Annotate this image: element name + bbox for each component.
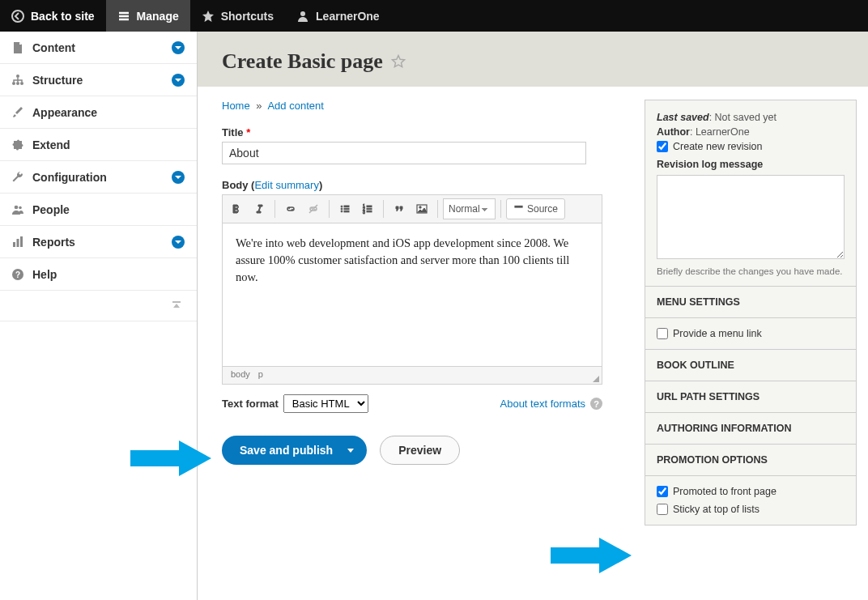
star-icon: [202, 10, 215, 23]
text-format-select[interactable]: Basic HTML: [283, 394, 368, 413]
italic-button[interactable]: [249, 198, 270, 219]
user-label: LearnerOne: [316, 10, 380, 23]
svg-point-7: [12, 82, 15, 85]
elements-path-p[interactable]: p: [258, 369, 263, 379]
sticky-checkbox[interactable]: Sticky at top of lists: [657, 504, 845, 515]
sidebar-item-configuration[interactable]: Configuration: [0, 161, 197, 194]
sidebar-item-extend[interactable]: Extend: [0, 129, 197, 161]
about-text-formats-link[interactable]: About text formats: [500, 398, 586, 410]
menu-settings-section[interactable]: MENU SETTINGS: [645, 287, 857, 318]
body-field-block: Body (Edit summary) 123: [222, 179, 630, 413]
help-icon[interactable]: ?: [590, 398, 602, 410]
rich-text-editor: 123 Normal Source We're into web develop…: [222, 194, 602, 385]
bar-chart-icon: [11, 236, 24, 249]
svg-rect-20: [172, 301, 181, 303]
promoted-to-front-checkbox[interactable]: Promoted to front page: [657, 486, 845, 497]
editor-resize-handle[interactable]: [593, 376, 599, 382]
bullet-list-button[interactable]: [334, 198, 355, 219]
numbered-list-button[interactable]: 123: [357, 198, 378, 219]
back-arrow-icon: [11, 10, 24, 23]
annotation-arrow: [551, 538, 632, 576]
breadcrumb-add-content[interactable]: Add content: [267, 100, 323, 112]
page-title-bar: Create Basic page: [198, 32, 868, 87]
sidebar-label: Reports: [32, 236, 163, 249]
manage-tab[interactable]: Manage: [106, 0, 190, 32]
svg-point-4: [300, 11, 305, 16]
sidebar-label: Appearance: [32, 106, 185, 119]
title-label: Title *: [222, 126, 630, 138]
sidebar-item-appearance[interactable]: Appearance: [0, 96, 197, 129]
promotion-options-section[interactable]: PROMOTION OPTIONS: [645, 445, 857, 476]
menu-settings-body: Provide a menu link: [645, 318, 857, 350]
title-input[interactable]: [222, 142, 586, 164]
unlink-button[interactable]: [303, 198, 324, 219]
toolbar-separator: [274, 200, 275, 218]
svg-point-35: [419, 206, 421, 208]
shortcuts-tab[interactable]: Shortcuts: [190, 0, 285, 32]
admin-sidebar: Content Structure Appearance Extend Conf…: [0, 32, 198, 600]
back-to-site-link[interactable]: Back to site: [0, 0, 106, 32]
file-icon: [11, 41, 24, 54]
svg-rect-31: [367, 208, 372, 210]
sidebar-label: Help: [32, 268, 185, 281]
svg-rect-14: [13, 242, 15, 247]
svg-rect-16: [20, 236, 23, 247]
sidebar-item-reports[interactable]: Reports: [0, 226, 197, 258]
new-revision-checkbox[interactable]: Create new revision: [657, 141, 845, 152]
url-path-section[interactable]: URL PATH SETTINGS: [645, 381, 857, 413]
breadcrumb-home[interactable]: Home: [222, 100, 250, 112]
toolbar-separator: [329, 200, 330, 218]
question-icon: ?: [11, 268, 24, 281]
chevron-down-icon: [171, 235, 185, 249]
sidebar-label: Extend: [32, 138, 185, 151]
edit-summary-link[interactable]: Edit summary: [254, 179, 318, 191]
last-saved-value: Not saved yet: [715, 112, 777, 123]
favorite-star-icon[interactable]: [391, 54, 406, 69]
sidebar-label: Content: [32, 41, 163, 54]
page-title: Create Basic page: [222, 49, 383, 74]
revision-log-textarea[interactable]: [657, 175, 845, 259]
wrench-icon: [11, 171, 24, 184]
annotation-arrow: [130, 440, 211, 479]
link-button[interactable]: [280, 198, 301, 219]
image-button[interactable]: [411, 198, 432, 219]
save-and-publish-button[interactable]: Save and publish: [222, 436, 367, 465]
preview-button[interactable]: Preview: [380, 436, 460, 465]
hamburger-icon: [117, 10, 130, 23]
book-outline-section[interactable]: BOOK OUTLINE: [645, 350, 857, 381]
back-to-site-label: Back to site: [31, 10, 95, 23]
chevron-down-icon: [171, 73, 185, 87]
format-select[interactable]: Normal: [443, 198, 496, 219]
sidebar-label: Configuration: [32, 171, 163, 184]
sidebar-collapse-toggle[interactable]: [0, 291, 197, 321]
toolbar-separator: [437, 200, 438, 218]
svg-rect-27: [344, 211, 349, 212]
editor-body[interactable]: We're into web development and iOS app d…: [223, 223, 602, 366]
people-icon: [11, 203, 24, 216]
shortcuts-label: Shortcuts: [221, 10, 274, 23]
revision-log-label: Revision log message: [657, 159, 845, 170]
svg-point-22: [341, 206, 343, 207]
bold-button[interactable]: [226, 198, 247, 219]
svg-rect-29: [367, 206, 372, 207]
dropdown-caret-icon: [347, 449, 354, 453]
sidebar-item-help[interactable]: ? Help: [0, 258, 197, 291]
sidebar-item-structure[interactable]: Structure: [0, 64, 197, 96]
provide-menu-link-checkbox[interactable]: Provide a menu link: [657, 328, 845, 339]
source-button[interactable]: Source: [506, 198, 565, 219]
sidebar-label: Structure: [32, 74, 163, 87]
blockquote-button[interactable]: [389, 198, 410, 219]
author-value: LearnerOne: [696, 126, 750, 138]
admin-toolbar: Back to site Manage Shortcuts LearnerOne: [0, 0, 868, 32]
breadcrumb: Home » Add content: [222, 100, 630, 112]
chevron-down-icon: [171, 40, 185, 55]
user-tab[interactable]: LearnerOne: [285, 0, 391, 32]
sidebar-item-people[interactable]: People: [0, 194, 197, 226]
authoring-info-section[interactable]: AUTHORING INFORMATION: [645, 413, 857, 445]
editor-footer: bodyp: [223, 366, 602, 384]
elements-path-body[interactable]: body: [231, 369, 250, 379]
sidebar-item-content[interactable]: Content: [0, 32, 197, 64]
person-icon: [296, 10, 309, 23]
chevron-down-icon: [171, 170, 185, 185]
toolbar-separator: [500, 200, 501, 218]
